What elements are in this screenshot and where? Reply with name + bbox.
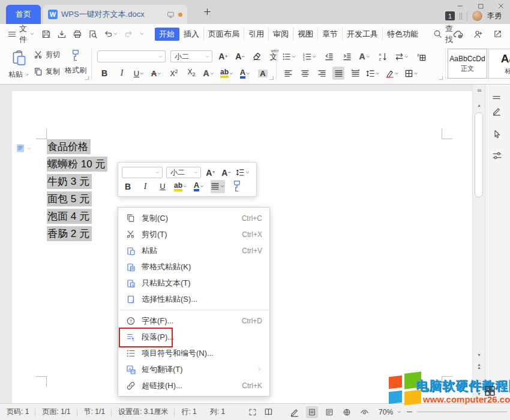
context-menu-item[interactable]: 带格式粘贴(K)	[118, 259, 269, 275]
status-segment[interactable]: 行: 1	[175, 407, 203, 417]
document-line[interactable]: 螺蛳粉 10 元	[47, 155, 107, 173]
apps-grid-icon[interactable]	[484, 385, 496, 397]
phonetic-guide-button[interactable]: wén文	[268, 50, 280, 63]
outline-view-button[interactable]	[323, 406, 335, 418]
style-item[interactable]: AaBbCcDd 正文	[448, 49, 487, 79]
drag-handle-icon[interactable]	[492, 93, 501, 102]
add-user-icon[interactable]	[473, 29, 483, 39]
scroll-down-button[interactable]: ▼	[473, 350, 485, 359]
bullets-button[interactable]	[282, 50, 296, 63]
align-left-button[interactable]	[282, 67, 294, 80]
scroll-up-button[interactable]: ▲	[473, 100, 485, 110]
context-menu-item[interactable]: 复制(C) Ctrl+C	[118, 210, 269, 226]
document-tab[interactable]: W WPS一键对齐文本.docx	[43, 5, 187, 24]
mini-font-size-combo[interactable]: 小二	[166, 167, 201, 178]
cjk-layout-button[interactable]	[395, 50, 409, 63]
mini-format-painter-button[interactable]	[230, 180, 244, 193]
mini-line-spacing-button[interactable]	[236, 166, 250, 179]
two-page-icon[interactable]	[264, 407, 273, 416]
mini-bold-button[interactable]: B	[122, 180, 134, 193]
minimize-icon[interactable]	[455, 1, 466, 11]
mini-underline-button[interactable]: U	[157, 180, 169, 193]
status-segment[interactable]: 列: 1	[203, 407, 232, 417]
ribbon-tab[interactable]: 章节	[318, 28, 343, 41]
mini-font-name-combo[interactable]	[122, 167, 163, 178]
user-name[interactable]: 李勇	[487, 11, 502, 21]
ribbon-tab[interactable]: 审阅	[269, 28, 293, 41]
numbering-button[interactable]: 123	[302, 50, 317, 63]
context-menu-item[interactable]: ¶ 段落(P)...	[118, 329, 269, 345]
context-menu-item[interactable]: T 字体(F)... Ctrl+D	[118, 313, 269, 329]
shading-button[interactable]	[385, 67, 400, 80]
distribute-button[interactable]	[349, 67, 361, 80]
context-menu-item[interactable]: 超链接(H)... Ctrl+K	[118, 377, 269, 394]
context-menu-item[interactable]: ? 选择性粘贴(S)...	[118, 291, 269, 307]
font-size-combo[interactable]: 小二	[170, 50, 212, 62]
increase-indent-button[interactable]	[341, 50, 353, 63]
paste-button[interactable]: 粘贴	[7, 49, 31, 81]
cloud-sync-icon[interactable]	[453, 29, 463, 39]
dialog-launcher[interactable]	[439, 76, 443, 80]
new-tab-button[interactable]	[203, 7, 212, 16]
context-menu-item[interactable]: 剪切(T) Ctrl+X	[118, 226, 269, 242]
export-button[interactable]	[57, 29, 67, 39]
doc-count-badge[interactable]: 1	[445, 11, 455, 20]
file-menu[interactable]: 文件	[7, 23, 35, 45]
styles-more-button[interactable]	[506, 59, 510, 65]
undo-button[interactable]	[104, 29, 118, 38]
mini-highlight-button[interactable]: ab	[174, 180, 188, 193]
status-segment[interactable]: 页面: 1/1	[35, 407, 77, 417]
increase-font-button[interactable]: A+	[217, 50, 229, 63]
context-menu-item[interactable]: A中 短句翻译(T)	[118, 361, 269, 377]
ribbon-tab[interactable]: 视图	[293, 28, 318, 41]
avatar[interactable]	[472, 11, 482, 21]
close-icon[interactable]	[496, 1, 506, 11]
document-line[interactable]: 面包 5 元	[47, 190, 107, 208]
ribbon-tab[interactable]: 引用	[244, 28, 269, 41]
vertical-scrollbar[interactable]: ▲ ▼ ▲▲ □ ▼▼	[472, 85, 485, 403]
mini-decrease-font-button[interactable]: A−	[220, 166, 232, 179]
change-case-button[interactable]: A	[359, 50, 371, 63]
mini-justify-button[interactable]	[211, 180, 225, 193]
strikethrough-button[interactable]: A	[151, 67, 163, 80]
status-segment[interactable]: 节: 1/1	[77, 407, 112, 417]
context-menu-item[interactable]: 粘贴 Ctrl+V	[118, 242, 269, 259]
align-right-button[interactable]	[316, 67, 328, 80]
cut-button[interactable]: 剪切	[34, 50, 60, 60]
pen-icon[interactable]	[492, 106, 502, 116]
copy-button[interactable]: 复制	[34, 67, 60, 77]
highlight-button[interactable]: ab	[220, 67, 234, 80]
mini-increase-font-button[interactable]: A+	[205, 166, 217, 179]
justify-button[interactable]	[332, 67, 344, 80]
text-effect-button[interactable]: A	[203, 67, 215, 80]
ribbon-tab[interactable]: 开发工具	[343, 28, 383, 41]
format-painter-button[interactable]: 格式刷	[62, 49, 89, 76]
insert-table-button[interactable]: F	[415, 50, 427, 63]
status-segment[interactable]: 页码: 1	[0, 407, 35, 417]
ribbon-tab[interactable]: 开始	[155, 28, 179, 41]
mini-font-color-button[interactable]: A	[193, 180, 205, 193]
italic-button[interactable]: I	[116, 67, 128, 80]
cursor-icon[interactable]	[492, 129, 502, 139]
dialog-launcher[interactable]	[270, 76, 274, 80]
context-menu-item[interactable]: 项目符号和编号(N)...	[118, 345, 269, 361]
fullscreen-icon[interactable]	[248, 408, 257, 416]
status-segment[interactable]: 设置值: 3.1厘米	[112, 407, 175, 417]
find-button[interactable]: 查找	[433, 23, 453, 45]
document-line[interactable]: 泡面 4 元	[47, 208, 107, 225]
ribbon-tab[interactable]: 特色功能	[383, 28, 422, 41]
ribbon-tab[interactable]: 插入	[179, 28, 204, 41]
zoom-slider[interactable]	[417, 412, 507, 412]
maximize-icon[interactable]	[475, 1, 486, 11]
ribbon-tab[interactable]: 页面布局	[204, 28, 244, 41]
ruler-toggle-icon[interactable]	[473, 86, 485, 95]
document-line[interactable]: 牛奶 3 元	[47, 173, 107, 190]
adjust-icon[interactable]	[492, 151, 502, 161]
print-preview-button[interactable]	[88, 29, 98, 39]
font-color-button[interactable]: A	[239, 67, 251, 80]
web-view-button[interactable]	[341, 406, 353, 418]
document-line[interactable]: 食品价格	[47, 138, 107, 155]
share-icon[interactable]	[493, 29, 502, 38]
decrease-font-button[interactable]: A−	[234, 50, 246, 63]
decrease-indent-button[interactable]	[323, 50, 335, 63]
